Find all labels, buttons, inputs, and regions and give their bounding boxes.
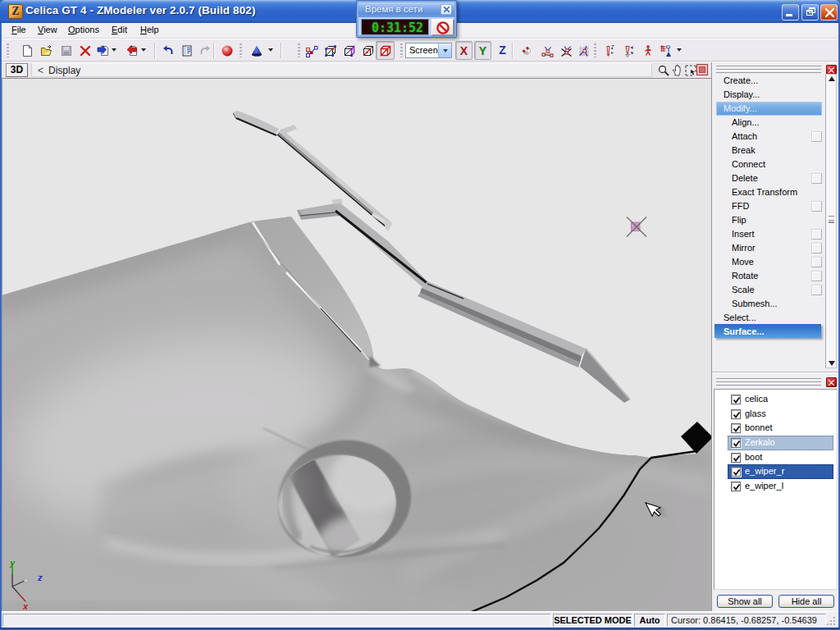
- object-list-item[interactable]: bonnet: [714, 421, 837, 436]
- command-menu-item[interactable]: Submesh...: [714, 297, 825, 311]
- visibility-checkbox[interactable]: [731, 423, 741, 433]
- region-select-icon[interactable]: [684, 64, 697, 77]
- command-menu-item[interactable]: Rotate: [714, 269, 825, 283]
- app-icon[interactable]: Z: [8, 4, 23, 19]
- snap-grid-icon[interactable]: [576, 42, 592, 59]
- faces-mode-icon[interactable]: [341, 42, 358, 59]
- network-timer-window[interactable]: Время в сети 0:31:52: [356, 0, 457, 38]
- snap-intersection-icon[interactable]: [559, 42, 575, 59]
- toolbar-grip[interactable]: [240, 43, 242, 57]
- bone-up-icon[interactable]: [600, 42, 617, 59]
- command-mini-button[interactable]: [811, 285, 822, 295]
- redo-icon[interactable]: [197, 42, 213, 59]
- visibility-checkbox[interactable]: [731, 482, 741, 491]
- command-mini-button[interactable]: [811, 201, 822, 212]
- command-mini-button[interactable]: [811, 173, 822, 184]
- import-icon[interactable]: [95, 42, 112, 59]
- toolbar-grip[interactable]: [594, 43, 596, 57]
- view-mode-combo[interactable]: Screen: [405, 43, 452, 58]
- zoom-icon[interactable]: [657, 64, 670, 77]
- command-menu-item[interactable]: Align...: [714, 116, 825, 130]
- open-icon[interactable]: [39, 42, 55, 59]
- object-list-item[interactable]: celica: [714, 392, 837, 407]
- command-menu-item[interactable]: Connect: [714, 158, 825, 171]
- command-menu-item[interactable]: Flip: [714, 213, 825, 227]
- skeleton-figure-icon[interactable]: [640, 42, 656, 59]
- command-menu-item[interactable]: Modify...: [714, 102, 825, 116]
- tab-3d[interactable]: 3D: [6, 63, 28, 77]
- bone-dropdown-icon[interactable]: [677, 48, 682, 52]
- pan-icon[interactable]: [671, 64, 684, 77]
- command-menu-item[interactable]: FFD: [714, 199, 825, 213]
- object-list-item[interactable]: e_wiper_l: [714, 479, 837, 494]
- status-auto[interactable]: Auto: [634, 614, 665, 627]
- panel-scrollbar[interactable]: [825, 74, 837, 368]
- axis-z-button[interactable]: Z: [494, 41, 511, 60]
- visibility-checkbox[interactable]: [731, 438, 741, 448]
- export-dropdown-icon[interactable]: [141, 48, 147, 52]
- command-mini-button[interactable]: [811, 271, 822, 281]
- object-list-item[interactable]: e_wiper_r: [714, 464, 837, 479]
- panel-grip[interactable]: [712, 63, 839, 75]
- visibility-checkbox[interactable]: [731, 395, 741, 404]
- toolbar-grip[interactable]: [7, 43, 9, 57]
- command-menu-item[interactable]: Mirror: [714, 241, 825, 255]
- maximize-view-icon[interactable]: [696, 64, 708, 75]
- panel-close-button[interactable]: [826, 377, 837, 387]
- command-menu-item[interactable]: Exact Transform: [714, 185, 825, 199]
- save-icon[interactable]: [58, 42, 75, 59]
- new-icon[interactable]: [19, 42, 35, 59]
- visibility-checkbox[interactable]: [731, 409, 741, 419]
- timer-title-bar[interactable]: Время в сети: [358, 2, 454, 17]
- command-menu-item[interactable]: Insert: [714, 227, 825, 241]
- command-mini-button[interactable]: [811, 131, 822, 142]
- command-menu-item[interactable]: Attach: [714, 130, 825, 144]
- command-menu-item[interactable]: Display...: [714, 88, 825, 102]
- hide-all-button[interactable]: Hide all: [778, 595, 834, 608]
- stop-button[interactable]: [431, 19, 454, 35]
- command-menu-item[interactable]: Scale: [714, 283, 825, 297]
- toolbar-grip[interactable]: [298, 43, 300, 57]
- menu-item[interactable]: View: [38, 25, 57, 34]
- visibility-checkbox[interactable]: [731, 453, 741, 463]
- edges-mode-icon[interactable]: [322, 42, 339, 59]
- object-list-item[interactable]: glass: [714, 407, 837, 422]
- snap-vertex-icon[interactable]: [540, 42, 556, 59]
- menu-item[interactable]: Edit: [112, 25, 127, 34]
- close-button[interactable]: [820, 4, 838, 21]
- command-mini-button[interactable]: [811, 243, 822, 253]
- panel-grip[interactable]: [712, 376, 839, 387]
- magnet-icon[interactable]: [518, 42, 535, 59]
- menu-item[interactable]: Options: [68, 25, 99, 34]
- menu-item[interactable]: Help: [140, 25, 159, 34]
- bone-down-icon[interactable]: [620, 42, 637, 59]
- command-menu-item[interactable]: Select...: [714, 311, 825, 325]
- polygons-mode-icon[interactable]: [360, 42, 377, 59]
- command-menu-item[interactable]: Create...: [714, 74, 825, 88]
- vertices-mode-icon[interactable]: [304, 42, 320, 59]
- command-menu-item[interactable]: Surface...: [714, 325, 825, 339]
- command-menu-item[interactable]: Delete: [714, 171, 825, 185]
- import-dropdown-icon[interactable]: [112, 48, 117, 52]
- objects-mode-icon[interactable]: [376, 41, 395, 60]
- scroll-up-icon[interactable]: [829, 76, 835, 81]
- create-primitive-icon[interactable]: [249, 42, 265, 59]
- visibility-checkbox[interactable]: [731, 467, 741, 477]
- command-mini-button[interactable]: [811, 257, 822, 267]
- scroll-thumb[interactable]: [829, 216, 834, 223]
- scroll-down-icon[interactable]: [829, 361, 835, 366]
- toolbar-grip[interactable]: [400, 43, 403, 57]
- breadcrumb-back[interactable]: <: [38, 65, 43, 76]
- object-list-item[interactable]: boot: [714, 450, 837, 465]
- axis-x-button[interactable]: X: [455, 41, 472, 60]
- command-mini-button[interactable]: [811, 229, 822, 240]
- export-icon[interactable]: [124, 42, 140, 59]
- menu-item[interactable]: File: [11, 25, 26, 34]
- primitive-dropdown-icon[interactable]: [268, 48, 274, 52]
- log-icon[interactable]: [179, 42, 195, 59]
- object-list-item[interactable]: Zerkalo: [714, 436, 837, 450]
- resize-grip[interactable]: [826, 615, 837, 626]
- timer-close-button[interactable]: [441, 4, 452, 15]
- material-sphere-icon[interactable]: [219, 42, 235, 59]
- viewport-3d[interactable]: y z x: [2, 78, 711, 611]
